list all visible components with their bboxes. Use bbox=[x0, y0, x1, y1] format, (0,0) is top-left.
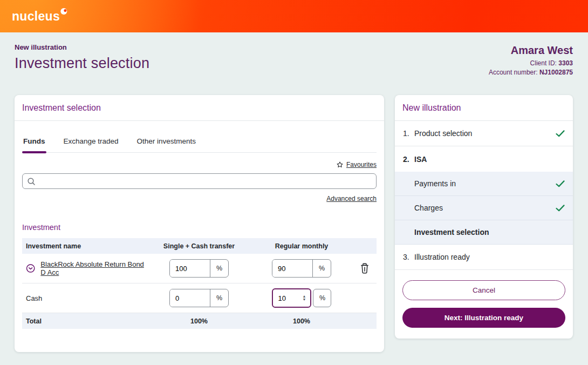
table-row: Cash % ▲▼ % bbox=[22, 283, 377, 313]
nucleus-logo[interactable]: nucleus bbox=[12, 9, 68, 23]
single-allocation-cell: % bbox=[148, 289, 250, 307]
page-header: New illustration Investment selection Am… bbox=[0, 32, 588, 77]
favourites-row: Favourites bbox=[15, 153, 384, 173]
client-name: Amara West bbox=[489, 44, 573, 57]
column-header-regular: Regular monthly bbox=[250, 242, 353, 250]
substep-label: Payments in bbox=[414, 179, 456, 188]
steps-panel-title: New illustration bbox=[395, 95, 573, 121]
client-id-line: Client ID: 3303 bbox=[489, 59, 573, 68]
check-icon bbox=[556, 205, 565, 212]
trash-icon bbox=[360, 263, 370, 274]
advanced-search-link[interactable]: Advanced search bbox=[326, 195, 377, 202]
substep-label: Investment selection bbox=[414, 228, 489, 236]
regular-allocation-cell: % bbox=[250, 259, 353, 278]
breadcrumb: New illustration bbox=[15, 43, 149, 51]
tab-funds[interactable]: Funds bbox=[22, 133, 46, 152]
fund-name-cell: Cash bbox=[22, 294, 148, 302]
total-row: Total 100% 100% bbox=[22, 313, 377, 329]
tab-bar: Funds Exchange traded Other investments bbox=[22, 133, 377, 153]
column-header-single: Single + Cash transfer bbox=[148, 242, 250, 250]
account-number-value: NJ1002875 bbox=[539, 69, 573, 76]
percent-suffix: % bbox=[312, 260, 331, 277]
fund-name-cell: BlackRock Absolute Return Bond D Acc bbox=[22, 260, 148, 276]
single-allocation-group: % bbox=[169, 259, 229, 278]
total-regular-value: 100% bbox=[250, 317, 353, 325]
substep-investment-selection: Investment selection bbox=[395, 220, 573, 245]
focused-number-input-box: ▲▼ bbox=[272, 288, 312, 308]
step-label: Product selection bbox=[414, 129, 472, 138]
percent-suffix: % bbox=[210, 260, 228, 277]
step-number: 1. bbox=[403, 129, 414, 138]
percent-suffix: % bbox=[210, 289, 228, 307]
regular-allocation-group: % bbox=[272, 259, 331, 278]
panel-title: Investment selection bbox=[15, 95, 384, 121]
column-header-investment-name: Investment name bbox=[22, 242, 148, 250]
tab-exchange-traded[interactable]: Exchange traded bbox=[63, 133, 120, 152]
client-info: Amara West Client ID: 3303 Account numbe… bbox=[489, 43, 573, 77]
fund-name-link[interactable]: BlackRock Absolute Return Bond D Acc bbox=[40, 260, 148, 276]
search-icon bbox=[27, 177, 36, 186]
single-allocation-input[interactable] bbox=[170, 260, 210, 277]
account-number-line: Account number: NJ1002875 bbox=[489, 68, 573, 77]
substep-payments-in[interactable]: Payments in bbox=[395, 172, 573, 196]
single-allocation-input[interactable] bbox=[170, 289, 210, 307]
favourites-link[interactable]: Favourites bbox=[346, 161, 377, 168]
stepper-down-icon[interactable]: ▼ bbox=[303, 298, 306, 301]
regular-allocation-input-focused[interactable] bbox=[273, 294, 301, 302]
new-illustration-steps-panel: New illustration 1.Product selection 2.I… bbox=[395, 95, 573, 339]
step-number: 2. bbox=[403, 155, 414, 164]
cash-label: Cash bbox=[26, 294, 42, 302]
table-header-row: Investment name Single + Cash transfer R… bbox=[22, 238, 377, 254]
step-illustration-ready: 3.Illustration ready bbox=[395, 245, 573, 270]
tab-other-investments[interactable]: Other investments bbox=[136, 133, 197, 152]
fund-search-box bbox=[22, 173, 377, 189]
investment-selection-panel: Investment selection Funds Exchange trad… bbox=[15, 95, 384, 352]
substep-charges[interactable]: Charges bbox=[395, 196, 573, 220]
page-title: Investment selection bbox=[15, 55, 149, 72]
account-number-label: Account number: bbox=[489, 69, 538, 76]
step-number: 3. bbox=[403, 253, 414, 261]
advanced-search-row: Advanced search bbox=[15, 189, 384, 202]
total-single-value: 100% bbox=[148, 317, 250, 325]
cancel-button[interactable]: Cancel bbox=[402, 280, 565, 300]
steps-actions: Cancel Next: Illustration ready bbox=[395, 270, 573, 339]
step-product-selection[interactable]: 1.Product selection bbox=[395, 121, 573, 146]
page-title-block: New illustration Investment selection bbox=[15, 43, 149, 72]
total-label: Total bbox=[22, 317, 148, 325]
fund-search-input[interactable] bbox=[39, 177, 372, 185]
client-id-value: 3303 bbox=[558, 59, 573, 67]
regular-allocation-cell: ▲▼ % bbox=[250, 288, 353, 308]
percent-suffix: % bbox=[313, 289, 331, 307]
single-allocation-cell: % bbox=[148, 259, 250, 278]
table-row: BlackRock Absolute Return Bond D Acc % % bbox=[22, 254, 377, 283]
step-label: Illustration ready bbox=[414, 253, 470, 261]
chevron-down-circle-icon[interactable] bbox=[26, 263, 35, 274]
investment-table: Investment name Single + Cash transfer R… bbox=[22, 238, 377, 329]
client-id-label: Client ID: bbox=[530, 59, 557, 67]
number-stepper[interactable]: ▲▼ bbox=[301, 295, 308, 301]
step-label: ISA bbox=[414, 155, 427, 164]
regular-allocation-input[interactable] bbox=[272, 260, 312, 277]
main-content: Investment selection Funds Exchange trad… bbox=[0, 77, 588, 352]
top-bar: nucleus bbox=[0, 0, 588, 32]
star-icon bbox=[336, 161, 344, 168]
delete-row-button[interactable] bbox=[360, 263, 370, 274]
next-illustration-ready-button[interactable]: Next: Illustration ready bbox=[402, 308, 565, 328]
step-isa: 2.ISA bbox=[395, 146, 573, 172]
nucleus-logo-text: nucleus bbox=[12, 9, 60, 23]
single-allocation-group: % bbox=[169, 289, 229, 307]
regular-allocation-group-focused: ▲▼ % bbox=[272, 288, 332, 308]
investment-section-title: Investment bbox=[22, 223, 377, 232]
check-icon bbox=[556, 180, 565, 187]
row-actions-cell bbox=[353, 263, 377, 274]
substep-label: Charges bbox=[414, 204, 443, 212]
check-icon bbox=[556, 130, 565, 137]
nucleus-logo-icon bbox=[60, 8, 68, 15]
